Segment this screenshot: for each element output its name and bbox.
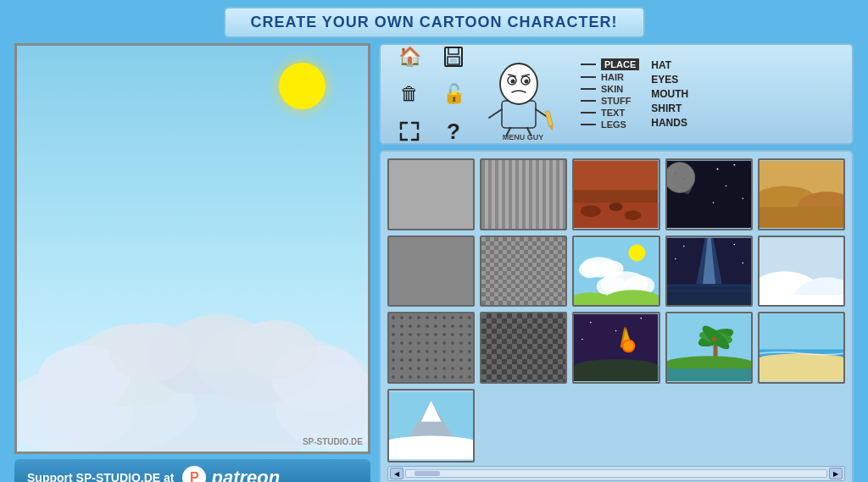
cat-mouth[interactable]: MOUTH: [651, 88, 688, 100]
svg-point-70: [733, 243, 735, 245]
scroll-track[interactable]: [405, 469, 827, 478]
svg-point-69: [683, 245, 685, 247]
nav-label-text: TEXT: [601, 108, 625, 118]
nav-line: [581, 112, 596, 114]
tile-night-beam[interactable]: [665, 235, 753, 307]
svg-rect-62: [574, 298, 658, 305]
nav-line: [581, 124, 596, 125]
patreon-logo[interactable]: P patreon: [182, 466, 280, 482]
sun: [279, 63, 326, 109]
main-content: SP-STUDIO.DE Support SP-STUDIO.DE at P p…: [14, 43, 854, 482]
svg-point-101: [760, 354, 843, 368]
watermark-text: SP-STUDIO.DE: [303, 437, 363, 446]
nav-item-place[interactable]: PLACE: [581, 58, 639, 70]
svg-rect-36: [574, 161, 658, 191]
svg-point-42: [716, 169, 718, 170]
nav-item-stuff[interactable]: STUFF: [581, 96, 639, 106]
tile-mars[interactable]: [572, 158, 659, 230]
nav-item-hair[interactable]: HAIR: [581, 72, 639, 82]
nav-line: [581, 76, 596, 78]
scroll-left[interactable]: ◀: [390, 468, 403, 479]
svg-point-45: [742, 198, 743, 200]
svg-rect-29: [545, 110, 553, 126]
nav-line: [581, 100, 596, 102]
tile-snow-hills[interactable]: [758, 235, 845, 307]
svg-point-33: [581, 205, 601, 217]
patreon-name: patreon: [211, 467, 280, 482]
svg-line-25: [489, 109, 502, 118]
nav-line: [581, 88, 596, 90]
svg-point-12: [234, 320, 318, 379]
cat-eyes[interactable]: EYES: [651, 74, 688, 86]
save-button[interactable]: [438, 42, 469, 72]
svg-rect-14: [448, 47, 459, 54]
category-labels: HAT EYES MOUTH SHIRT HANDS: [651, 59, 688, 129]
nav-item-legs[interactable]: LEGS: [581, 119, 639, 130]
tile-mountain-snow[interactable]: [387, 389, 475, 463]
nav-item-skin[interactable]: SKIN: [581, 84, 639, 94]
tile-meteor[interactable]: [572, 312, 659, 384]
cat-hat[interactable]: HAT: [651, 59, 688, 71]
nav-label-legs: LEGS: [601, 119, 626, 130]
tile-sky-clouds[interactable]: [572, 235, 659, 307]
home-button[interactable]: 🏠: [394, 42, 425, 72]
support-bar[interactable]: Support SP-STUDIO.DE at P patreon: [14, 459, 370, 482]
svg-rect-76: [760, 295, 843, 305]
tile-desert[interactable]: [758, 158, 845, 230]
tile-tropical[interactable]: [665, 312, 753, 384]
tile-space[interactable]: [665, 158, 753, 230]
nav-item-text[interactable]: TEXT: [581, 108, 639, 118]
scroll-right[interactable]: ▶: [829, 468, 843, 479]
tile-gray-light[interactable]: [387, 158, 475, 230]
scrollbar[interactable]: ◀ ▶: [387, 466, 845, 481]
svg-point-93: [711, 337, 716, 342]
svg-rect-96: [667, 369, 751, 382]
svg-point-87: [574, 360, 658, 374]
svg-point-85: [624, 341, 634, 352]
tile-dark-checker[interactable]: [480, 312, 567, 384]
svg-point-80: [615, 330, 617, 332]
character-preview: MENU GUY: [481, 52, 565, 136]
expand-button[interactable]: [394, 116, 425, 147]
nav-line: [581, 64, 596, 65]
cat-hands[interactable]: HANDS: [651, 117, 688, 129]
svg-point-78: [590, 322, 592, 324]
nav-label-stuff: STUFF: [601, 96, 631, 106]
svg-marker-30: [549, 125, 554, 131]
svg-rect-51: [760, 207, 843, 228]
svg-point-18: [500, 64, 537, 104]
canvas-frame: SP-STUDIO.DE: [14, 43, 370, 454]
cat-shirt[interactable]: SHIRT: [651, 102, 688, 114]
right-panel: 🏠 🗑 🔓 ?: [379, 43, 854, 482]
svg-point-22: [525, 80, 529, 84]
svg-point-34: [625, 210, 642, 220]
trash-button[interactable]: 🗑: [394, 79, 425, 109]
nav-label-place: PLACE: [601, 58, 639, 70]
svg-point-79: [641, 318, 643, 319]
svg-point-53: [629, 244, 646, 261]
tile-beach[interactable]: [758, 312, 845, 384]
scroll-thumb[interactable]: [415, 471, 440, 476]
unlock-button[interactable]: 🔓: [438, 79, 469, 109]
controls-panel: 🏠 🗑 🔓 ?: [379, 43, 854, 145]
svg-point-81: [582, 339, 584, 341]
tiles-grid: [387, 158, 845, 463]
toolbar-icons: 🏠 🗑 🔓 ?: [391, 38, 472, 150]
tile-dark-dots[interactable]: [387, 312, 475, 384]
patreon-icon: P: [182, 466, 206, 482]
svg-point-72: [742, 262, 743, 263]
svg-rect-66: [667, 284, 751, 305]
help-button[interactable]: ?: [438, 116, 469, 147]
character-svg: [481, 52, 557, 136]
svg-point-55: [579, 261, 603, 278]
svg-point-106: [389, 436, 473, 450]
page-title: CREATE YOUR OWN CARTOON CHARACTER!: [251, 14, 618, 30]
tile-gray-stripes[interactable]: [480, 158, 567, 230]
nav-label-skin: SKIN: [601, 84, 623, 94]
tile-gray-medium[interactable]: [387, 235, 475, 307]
clouds-svg: [17, 188, 368, 452]
title-bar: CREATE YOUR OWN CARTOON CHARACTER!: [224, 7, 645, 38]
svg-point-43: [733, 164, 735, 166]
tile-gray-checker[interactable]: [480, 235, 567, 307]
support-text: Support SP-STUDIO.DE at: [27, 471, 174, 482]
